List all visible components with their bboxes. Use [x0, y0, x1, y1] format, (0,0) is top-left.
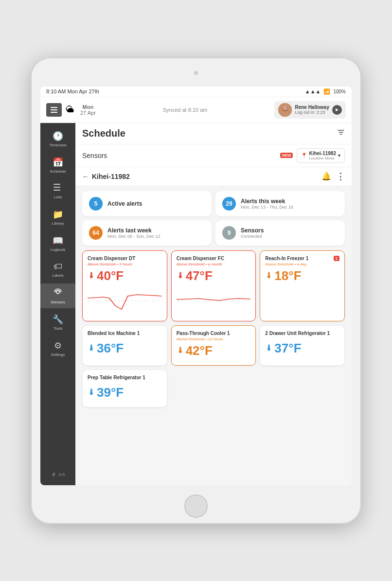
- stat-info-alerts-this-week: Alerts this week Mon, Dec 13 - Thu, Dec …: [241, 198, 293, 210]
- thermometer-icon: 🌡: [177, 271, 184, 280]
- sensor-temp-ice: 🌡 36°F: [88, 341, 162, 356]
- mini-chart-cream-fc: [177, 287, 251, 314]
- top-header: 🌥 Mon 27 Apr Synced at 8:10 am Rene Hall…: [40, 97, 352, 123]
- stat-info-active-alerts: Active alerts: [107, 200, 142, 207]
- svg-point-7: [56, 291, 59, 294]
- thermometer-icon: 🌡: [88, 388, 95, 397]
- sensor-temp-cream-dt: 🌡 40°F: [88, 268, 162, 283]
- location-dropdown[interactable]: 📍 Kihei-11982 Location Mode ▾: [297, 148, 345, 163]
- user-info: Rene Halloway Log out in: 2:23: [295, 105, 329, 115]
- play-icon[interactable]: ▶: [332, 105, 342, 115]
- sensor-temp-cooler: 🌡 42°F: [177, 343, 251, 358]
- logbook-icon: 📖: [53, 235, 63, 246]
- stat-card-alerts-this-week[interactable]: 29 Alerts this week Mon, Dec 13 - Thu, D…: [215, 191, 345, 216]
- sync-text: Synced at 8:10 am: [100, 107, 271, 113]
- location-actions: 🔔 ⋮: [321, 171, 345, 182]
- signal-icon: ▲▲▲: [305, 88, 321, 94]
- location-header: ← Kihei-11982 🔔 ⋮: [75, 167, 352, 186]
- lists-icon: [53, 183, 62, 194]
- status-time: 8:10 AM Mon Apr 27th: [46, 88, 99, 94]
- mini-chart-cream-dt: [88, 287, 162, 314]
- sensors-bar-right: NEW 📍 Kihei-11982 Location Mode ▾: [280, 148, 345, 163]
- thermometer-icon: 🌡: [88, 344, 95, 352]
- location-name-header: Kihei-11982: [92, 173, 130, 180]
- sidebar-item-tools[interactable]: 🔧 Tools: [40, 310, 75, 335]
- more-icon[interactable]: ⋮: [336, 171, 345, 182]
- sensor-card-reach-in-freezer[interactable]: Reach-In Freezer 1 Above threshold • a d…: [260, 250, 345, 321]
- labels-icon: 🏷: [53, 262, 62, 272]
- jolt-logo: Jolt: [47, 468, 69, 481]
- sidebar-item-settings[interactable]: ⚙ Settings: [40, 336, 75, 361]
- alert-count-badge: 1: [334, 256, 339, 261]
- sidebar-item-label: Tools: [53, 326, 63, 331]
- sensor-card-prep-table[interactable]: Prep Table Refrigerator 1 🌡 39°F: [82, 370, 167, 407]
- wifi-icon: 📶: [323, 88, 330, 95]
- sensor-temp-drawer: 🌡 37°F: [265, 341, 339, 356]
- location-sublabel: Location Mode: [309, 156, 336, 160]
- library-icon: 📁: [53, 209, 63, 220]
- pin-icon: 📍: [301, 153, 307, 158]
- sidebar-item-label: Logbook: [51, 247, 66, 252]
- sensors-icon: [53, 287, 63, 299]
- page-header: Schedule: [75, 123, 352, 144]
- sidebar-item-sensors[interactable]: Sensors: [40, 283, 75, 308]
- tools-icon: 🔧: [53, 314, 63, 325]
- weather-icon: 🌥: [66, 105, 74, 115]
- sensor-card-cream-dispenser-dt[interactable]: Cream Dispenser DT Above threshold • 3 h…: [82, 250, 167, 321]
- sidebar: 🕐 Timeclock 📅 Schedule Lists: [40, 123, 75, 485]
- svg-point-3: [283, 106, 287, 110]
- sidebar-item-timeclock[interactable]: 🕐 Timeclock: [40, 127, 75, 151]
- menu-button[interactable]: [46, 103, 62, 117]
- sidebar-item-label: Timeclock: [49, 143, 67, 147]
- filter-icon[interactable]: [337, 128, 345, 138]
- sensor-temp-prep: 🌡 39°F: [88, 385, 162, 400]
- stat-number-sensors: 9: [222, 226, 236, 240]
- svg-marker-8: [52, 472, 55, 477]
- sensors-bar-label: Sensors: [82, 152, 107, 159]
- chevron-down-icon: ▾: [338, 153, 340, 158]
- sidebar-item-label: Labels: [52, 273, 64, 278]
- stat-number-alerts-last-week: 64: [89, 226, 103, 240]
- status-icons: ▲▲▲ 📶 100%: [305, 88, 346, 95]
- sidebar-item-logbook[interactable]: 📖 Logbook: [40, 231, 75, 256]
- sensor-card-drawer-unit[interactable]: 2 Drawer Unit Refrigerator 1 🌡 37°F: [260, 325, 345, 366]
- location-back[interactable]: ← Kihei-11982: [82, 173, 130, 180]
- svg-rect-4: [53, 184, 60, 185]
- stat-card-sensors[interactable]: 9 Sensors Connected: [215, 220, 345, 246]
- thermometer-icon: 🌡: [177, 346, 184, 355]
- stat-card-active-alerts[interactable]: 5 Active alerts: [82, 191, 212, 216]
- tablet-frame: 8:10 AM Mon Apr 27th ▲▲▲ 📶 100% 🌥 Mon 27…: [31, 57, 361, 524]
- svg-rect-5: [53, 187, 60, 188]
- header-date: Mon 27 Apr: [80, 104, 96, 116]
- sensor-card-pass-through-cooler[interactable]: Pass-Through Cooler 1 Above threshold • …: [171, 325, 256, 366]
- location-name: Kihei-11982: [309, 151, 336, 156]
- sidebar-item-library[interactable]: 📁 Library: [40, 205, 75, 229]
- bell-icon[interactable]: 🔔: [321, 172, 331, 181]
- thermometer-icon: 🌡: [88, 271, 95, 280]
- schedule-icon: 📅: [53, 157, 63, 168]
- sensor-card-ice-machine[interactable]: Blended Ice Machine 1 🌡 36°F: [82, 325, 167, 366]
- back-arrow-icon: ←: [82, 173, 89, 180]
- main-area: 🕐 Timeclock 📅 Schedule Lists: [40, 123, 352, 485]
- sensors-bar: Sensors NEW 📍 Kihei-11982 Location Mode …: [75, 144, 352, 167]
- sensor-temp-cream-fc: 🌡 47°F: [177, 268, 251, 283]
- stat-info-alerts-last-week: Alerts last week Mon, Dec 06 - Sun, Dec …: [107, 227, 160, 239]
- thermometer-icon: 🌡: [265, 271, 273, 280]
- sensor-card-cream-dispenser-fc[interactable]: Cream Dispenser FC Above threshold • a m…: [171, 250, 256, 321]
- stat-info-sensors: Sensors Connected: [241, 227, 264, 239]
- sidebar-item-labels[interactable]: 🏷 Labels: [40, 258, 75, 282]
- stats-row: 5 Active alerts 29 Alerts this week Mon,…: [75, 186, 352, 250]
- sidebar-item-label: Settings: [51, 352, 65, 357]
- timeclock-icon: 🕐: [53, 131, 63, 141]
- page-title: Schedule: [82, 128, 125, 139]
- avatar: [278, 103, 292, 117]
- thermometer-icon: 🌡: [265, 344, 273, 352]
- sensor-temp-freezer: 🌡 18°F: [265, 268, 339, 283]
- new-badge: NEW: [280, 153, 293, 158]
- stat-card-alerts-last-week[interactable]: 64 Alerts last week Mon, Dec 06 - Sun, D…: [82, 220, 212, 246]
- sidebar-item-schedule[interactable]: 📅 Schedule: [40, 153, 75, 177]
- sidebar-item-lists[interactable]: Lists: [40, 179, 75, 203]
- svg-rect-6: [53, 190, 60, 191]
- status-bar: 8:10 AM Mon Apr 27th ▲▲▲ 📶 100%: [40, 87, 352, 97]
- sidebar-item-label: Schedule: [50, 169, 66, 174]
